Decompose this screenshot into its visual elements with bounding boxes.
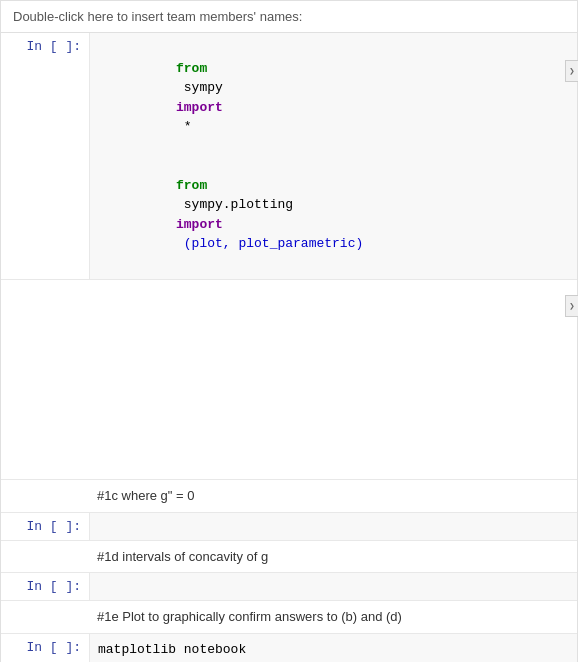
cell-text-1d-content: #1d intervals of concavity of g — [89, 541, 577, 573]
cell-prompt-imports: In [ ]: — [1, 33, 89, 279]
cell-imports: In [ ]: from sympy import * from sympy.p… — [1, 33, 577, 280]
markdown-header-cell[interactable]: Double-click here to insert team members… — [1, 1, 577, 33]
code-matplotlib: matplotlib notebook — [98, 640, 569, 660]
collapse-arrow-bottom[interactable]: ❯ — [565, 295, 578, 317]
cell-code-1e[interactable]: matplotlib notebook — [89, 634, 577, 663]
text-1d: #1d intervals of concavity of g — [97, 549, 268, 564]
header-text: Double-click here to insert team members… — [13, 9, 302, 24]
cell-prompt-1d: In [ ]: — [1, 573, 89, 600]
keyword-import-2: import — [176, 217, 223, 232]
cell-input-1d: In [ ]: — [1, 573, 577, 601]
text-1c: #1c where g" = 0 — [97, 488, 194, 503]
code-star: * — [176, 119, 192, 134]
notebook: Double-click here to insert team members… — [0, 0, 578, 662]
cell-input-1c: In [ ]: — [1, 513, 577, 541]
keyword-import-1: import — [176, 100, 223, 115]
cell-large-empty — [1, 280, 577, 480]
cell-prompt-1c: In [ ]: — [1, 513, 89, 540]
cell-prompt-text-1c — [1, 480, 89, 512]
keyword-from-1: from — [176, 61, 207, 76]
collapse-arrow-top[interactable]: ❯ — [565, 60, 578, 82]
cell-large-content[interactable] — [89, 280, 577, 479]
cell-text-1c: #1c where g" = 0 — [1, 480, 577, 513]
cell-text-1e: #1e Plot to graphically confirm answers … — [1, 601, 577, 634]
code-line-2: from sympy.plotting import (plot, plot_p… — [98, 156, 569, 273]
cell-prompt-text-1e — [1, 601, 89, 633]
cell-input-1e: In [ ]: matplotlib notebook — [1, 634, 577, 663]
cell-code-imports[interactable]: from sympy import * from sympy.plotting … — [89, 33, 577, 279]
keyword-from-2: from — [176, 178, 207, 193]
cell-text-1d: #1d intervals of concavity of g — [1, 541, 577, 574]
cell-text-1e-content: #1e Plot to graphically confirm answers … — [89, 601, 577, 633]
cell-prompt-large — [1, 280, 89, 479]
cell-prompt-1e: In [ ]: — [1, 634, 89, 663]
cell-code-1c[interactable] — [89, 513, 577, 540]
code-line-1: from sympy import * — [98, 39, 569, 156]
code-sympy: sympy — [176, 80, 231, 95]
cell-code-1d[interactable] — [89, 573, 577, 600]
code-sympy-plotting: sympy.plotting — [176, 197, 301, 212]
cell-text-1c-content: #1c where g" = 0 — [89, 480, 577, 512]
text-1e: #1e Plot to graphically confirm answers … — [97, 609, 402, 624]
code-plot-funcs: (plot, plot_parametric) — [176, 236, 363, 251]
cell-prompt-text-1d — [1, 541, 89, 573]
